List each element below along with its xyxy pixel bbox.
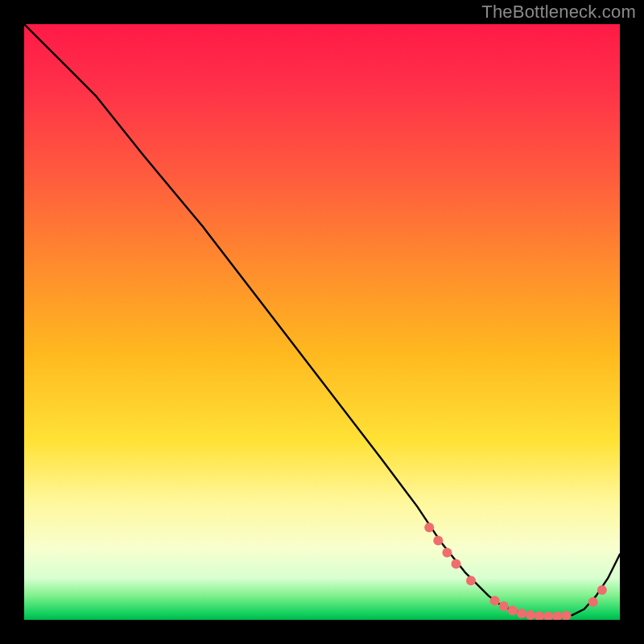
curve-marker [424,522,434,532]
plot-area [24,24,620,620]
curve-marker [442,547,452,557]
bottleneck-curve [24,24,620,617]
curve-marker [588,597,598,607]
curve-marker [466,576,476,585]
curve-marker [535,611,544,620]
curve-marker [597,585,607,595]
watermark-text: TheBottleneck.com [481,2,636,23]
curve-marker [543,612,553,620]
curve-marker [452,559,461,568]
curve-svg [24,24,620,620]
curve-marker [433,536,443,546]
curve-marker [508,605,518,615]
curve-marker [552,612,562,620]
curve-marker [517,609,526,618]
curve-marker [561,611,571,620]
curve-marker [499,601,509,611]
curve-marker [526,610,535,620]
curve-marker [490,596,500,605]
chart-container: TheBottleneck.com [0,0,644,644]
curve-markers [424,522,607,620]
